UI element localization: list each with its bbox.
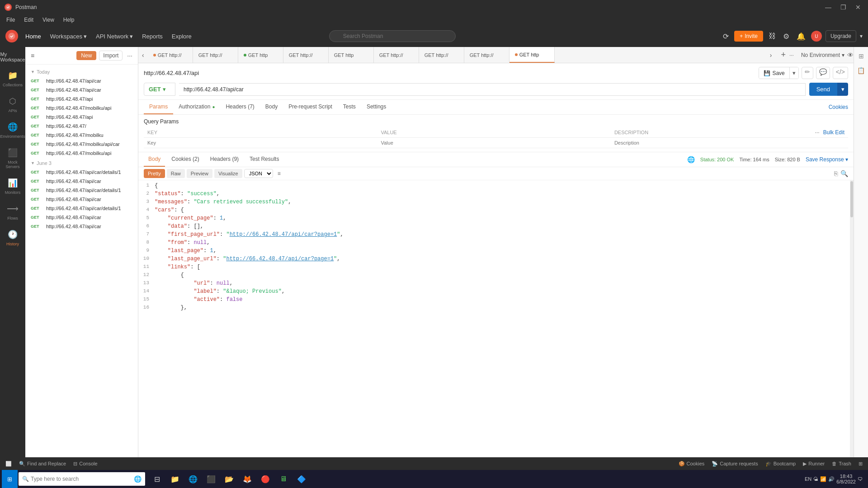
taskbar-clock[interactable]: 18:43 6/8/2022	[836, 474, 856, 484]
invite-button[interactable]: + Invite	[734, 31, 763, 42]
sync-icon[interactable]: ⟳	[721, 30, 731, 42]
req-tab-tests[interactable]: Tests	[338, 100, 361, 114]
taskbar-vscode[interactable]: 🔷	[294, 472, 309, 486]
list-item[interactable]: GEThttp://66.42.48.47/mobilku/api/car	[25, 140, 138, 149]
globe-icon[interactable]: 🌐	[687, 156, 695, 163]
capture-requests-button[interactable]: 📡 Capture requests	[712, 461, 758, 467]
cookies-button[interactable]: Cookies	[829, 104, 848, 110]
params-more-icon[interactable]: ···	[815, 129, 820, 136]
taskbar-filezilla[interactable]: 📂	[222, 472, 236, 486]
format-preview[interactable]: Preview	[187, 169, 212, 178]
add-tab-button[interactable]: +	[779, 49, 788, 61]
sidebar-item-flows[interactable]: ⟶ Flows	[0, 200, 25, 224]
scrollbar-thumb[interactable]	[850, 181, 853, 217]
url-input[interactable]	[179, 83, 806, 96]
volume-icon[interactable]: 🔊	[828, 476, 835, 482]
minimize-btn[interactable]: —	[822, 3, 834, 12]
taskbar-task-view[interactable]: ⊟	[150, 472, 164, 486]
right-panel-icon[interactable]: ⊞	[857, 51, 866, 61]
upgrade-chevron[interactable]: ▾	[860, 33, 863, 39]
menu-help[interactable]: Help	[61, 16, 76, 24]
nav-explore[interactable]: Explore	[168, 31, 195, 42]
import-button[interactable]: Import	[99, 51, 123, 61]
taskbar-terminal[interactable]: ⬛	[204, 472, 218, 486]
tab-item-active[interactable]: GET http	[509, 47, 555, 63]
list-item[interactable]: GEThttp://66.42.48.47/api/car	[25, 76, 138, 85]
resp-tab-tests[interactable]: Test Results	[245, 152, 283, 167]
format-json-select[interactable]: JSON XML HTML	[244, 169, 273, 178]
nav-api-network[interactable]: API Network ▾	[92, 31, 137, 42]
history-group-june3[interactable]: June 3	[25, 158, 138, 168]
nav-workspaces[interactable]: Workspaces ▾	[47, 31, 90, 42]
console-button[interactable]: ⊟ Console	[73, 461, 97, 467]
edit-button[interactable]: ✏	[802, 67, 813, 79]
desc-input[interactable]	[614, 140, 844, 145]
bulk-edit-button[interactable]: Bulk Edit	[823, 129, 844, 136]
sidebar-item-apis[interactable]: ⬡ APIs	[0, 93, 25, 117]
list-item[interactable]: GEThttp://66.42.48.47/api	[25, 113, 138, 122]
taskbar-search-input[interactable]	[31, 476, 132, 482]
req-tab-headers[interactable]: Headers (7)	[220, 100, 259, 114]
tab-item[interactable]: GET http://	[374, 47, 419, 63]
tab-item[interactable]: GET http://	[193, 47, 238, 63]
history-group-today[interactable]: Today	[25, 66, 138, 76]
tab-item[interactable]: GET http://	[283, 47, 329, 63]
list-item[interactable]: GEThttp://66.42.48.47/mobilku	[25, 131, 138, 140]
history-filter-icon[interactable]: ≡	[31, 52, 34, 59]
tabs-prev[interactable]: ‹	[138, 47, 148, 63]
nav-reports[interactable]: Reports	[138, 31, 166, 42]
req-tab-auth[interactable]: Authorization ●	[173, 100, 220, 114]
req-tab-prerequest[interactable]: Pre-request Script	[283, 100, 338, 114]
find-replace-button[interactable]: 🔍 Find and Replace	[19, 461, 66, 467]
list-item[interactable]: GEThttp://66.42.48.47/api	[25, 94, 138, 103]
format-visualize[interactable]: Visualize	[214, 169, 242, 178]
menu-view[interactable]: View	[41, 16, 56, 24]
key-input[interactable]	[147, 140, 373, 145]
workspace-label[interactable]: My Workspace	[0, 51, 27, 63]
tabs-next[interactable]: ›	[766, 47, 776, 63]
start-button[interactable]: ⊞	[2, 470, 18, 488]
tab-item[interactable]: GET http	[238, 47, 283, 63]
list-item[interactable]: GEThttp://66.42.48.47/api/car	[25, 213, 138, 222]
list-item[interactable]: GEThttp://66.42.48.47/api/car/details/1	[25, 204, 138, 213]
sidebar-item-mock-servers[interactable]: ⬛ Mock Servers	[0, 144, 25, 173]
taskbar-search-box[interactable]: 🔍 🌐	[19, 472, 145, 486]
layout-icon[interactable]: ⊞	[859, 461, 863, 467]
format-pretty[interactable]: Pretty	[144, 169, 165, 178]
req-tab-params[interactable]: Params	[144, 100, 173, 114]
sidebar-item-environments[interactable]: 🌐 Environments	[0, 118, 25, 142]
cookies-bottom-button[interactable]: 🍪 Cookies	[679, 461, 705, 467]
list-item[interactable]: GEThttp://66.42.48.47/api/car	[25, 85, 138, 94]
search-response-btn[interactable]: 🔍	[840, 170, 848, 177]
method-select[interactable]: GET ▾	[144, 83, 175, 96]
value-input[interactable]	[381, 140, 607, 145]
history-more-icon[interactable]: ···	[127, 52, 132, 59]
tabs-more-icon[interactable]: ···	[789, 52, 794, 58]
list-item[interactable]: GEThttp://66.42.48.47/api/car/details/1	[25, 168, 138, 177]
resp-tab-body[interactable]: Body	[144, 152, 165, 167]
sidebar-item-collections[interactable]: 📁 Collections	[0, 67, 25, 91]
copy-response-btn[interactable]: ⎘	[834, 170, 838, 177]
tab-item[interactable]: GET http	[329, 47, 374, 63]
taskbar-app2[interactable]: 🖥	[276, 472, 291, 486]
save-dropdown-button[interactable]: ▾	[789, 67, 798, 79]
list-item[interactable]: GEThttp://66.42.48.47/api/car/details/1	[25, 186, 138, 195]
bootcamp-button[interactable]: 🎓 Bootcamp	[765, 461, 796, 467]
list-item[interactable]: GEThttp://66.42.48.47/api/car	[25, 195, 138, 204]
runner-button[interactable]: ▶ Runner	[803, 461, 825, 467]
settings-icon[interactable]: ⚙	[781, 30, 791, 42]
send-button[interactable]: Send	[809, 83, 837, 96]
no-environment[interactable]: No Environment ▾	[801, 52, 844, 58]
upgrade-button[interactable]: Upgrade	[826, 30, 856, 42]
list-item[interactable]: GEThttp://66.42.48.47/api/car	[25, 177, 138, 186]
resp-tab-headers[interactable]: Headers (9)	[206, 152, 243, 167]
search-input[interactable]	[329, 30, 456, 42]
maximize-btn[interactable]: ❐	[838, 3, 849, 12]
trash-button[interactable]: 🗑 Trash	[832, 461, 851, 466]
two-pane-icon[interactable]: ⬜	[5, 461, 12, 467]
tab-item[interactable]: GET http://	[148, 47, 193, 63]
req-tab-settings[interactable]: Settings	[361, 100, 392, 114]
postman-logo[interactable]	[5, 30, 18, 42]
sidebar-item-monitors[interactable]: 📊 Monitors	[0, 174, 25, 198]
close-btn[interactable]: ✕	[853, 3, 863, 12]
